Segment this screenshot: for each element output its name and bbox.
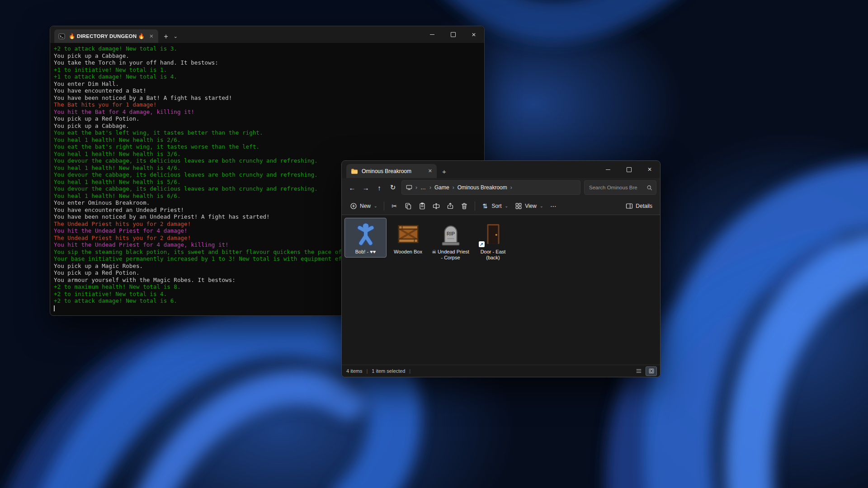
terminal-tab[interactable]: 🔥 DIRECTORY DUNGEON 🔥 ✕ <box>54 29 158 43</box>
person-icon <box>351 221 380 247</box>
explorer-tab-title: Ominous Breakroom <box>362 168 425 174</box>
new-button-label: New <box>360 203 371 209</box>
rename-icon <box>433 202 440 210</box>
address-bar[interactable]: › … › Game › Ominous Breakroom › <box>401 180 580 195</box>
explorer-status-bar: 4 items | 1 item selected | <box>342 365 660 377</box>
status-divider: | <box>409 368 410 374</box>
file-item-wooden-box[interactable]: Wooden Box <box>387 218 429 258</box>
svg-text:RIP: RIP <box>446 231 454 236</box>
new-tab-button[interactable]: + <box>164 33 168 40</box>
close-button[interactable]: ✕ <box>463 26 484 43</box>
explorer-tab[interactable]: Ominous Breakroom ✕ <box>346 164 437 178</box>
selection-count: 1 item selected <box>372 368 405 374</box>
new-tab-button[interactable]: + <box>442 169 446 175</box>
file-item-door-east-back[interactable]: ↗Door - East (back) <box>472 218 514 263</box>
terminal-tab-title: 🔥 DIRECTORY DUNGEON 🔥 <box>69 33 145 39</box>
rename-button[interactable] <box>429 199 443 212</box>
share-icon <box>447 202 454 210</box>
toolbar-divider <box>384 202 384 211</box>
terminal-line: You heal 1 health! New health is 2/6. <box>54 136 484 144</box>
maximize-button[interactable] <box>443 26 463 43</box>
delete-button[interactable] <box>458 199 472 212</box>
sort-button-label: Sort <box>492 203 502 209</box>
breadcrumb-chevron-icon[interactable]: › <box>510 184 512 191</box>
search-icon[interactable] <box>646 185 652 191</box>
ellipsis-icon: ⋯ <box>549 202 557 210</box>
view-button[interactable]: View ⌄ <box>511 199 546 212</box>
share-button[interactable] <box>443 199 458 212</box>
this-pc-icon <box>406 184 412 191</box>
cut-button[interactable]: ✂ <box>387 199 401 212</box>
up-button[interactable]: ↑ <box>373 181 386 194</box>
minimize-icon <box>606 169 610 170</box>
chevron-down-icon: ⌄ <box>540 204 543 208</box>
terminal-line: You heal 1 health! New health is 3/6. <box>54 150 484 158</box>
terminal-line: +1 to initiative! New total is 1. <box>54 66 484 74</box>
maximize-icon <box>451 32 456 37</box>
explorer-window-controls: ✕ <box>598 161 660 178</box>
tab-close-icon[interactable]: ✕ <box>148 33 154 39</box>
tombstone-icon: RIP <box>436 221 465 247</box>
terminal-line: You hit the Bat for 4 damage, killing it… <box>54 108 484 116</box>
refresh-button[interactable]: ↻ <box>386 181 400 194</box>
breadcrumb-chevron-icon[interactable]: › <box>453 184 454 191</box>
terminal-titlebar[interactable]: 🔥 DIRECTORY DUNGEON 🔥 ✕ + ⌄ ✕ <box>50 26 484 43</box>
crate-icon <box>394 221 423 247</box>
back-button[interactable]: ← <box>345 181 359 194</box>
tab-dropdown-icon[interactable]: ⌄ <box>174 33 178 39</box>
terminal-line: The Bat hits you for 1 damage! <box>54 101 484 108</box>
large-icons-view-toggle[interactable] <box>646 366 657 376</box>
file-item-bob[interactable]: Bob! - ♥♥ <box>344 218 387 258</box>
details-view-toggle[interactable] <box>633 367 644 375</box>
copy-button[interactable] <box>401 199 415 212</box>
terminal-line: You pick up a Red Potion. <box>54 115 484 122</box>
view-button-label: View <box>525 203 537 209</box>
trash-icon <box>461 202 468 210</box>
terminal-line: +2 to attack damage! New total is 3. <box>54 45 484 52</box>
plus-circle-icon <box>349 202 357 210</box>
terminal-line: +1 to attack damage! New total is 4. <box>54 73 484 80</box>
more-options-button[interactable]: ⋯ <box>546 199 560 212</box>
details-button-label: Details <box>636 203 652 209</box>
tab-close-icon[interactable]: ✕ <box>428 168 432 174</box>
paste-button[interactable] <box>415 199 429 212</box>
minimize-button[interactable] <box>422 26 443 43</box>
search-box[interactable] <box>584 180 656 195</box>
close-button[interactable]: ✕ <box>639 161 660 178</box>
breadcrumb-item-ominous-breakroom[interactable]: Ominous Breakroom <box>458 184 507 191</box>
folder-icon <box>351 168 358 175</box>
details-button[interactable]: Details <box>622 199 656 212</box>
sort-button[interactable]: ⇅ Sort ⌄ <box>478 199 512 212</box>
file-list-area[interactable]: Bob! - ♥♥ Wooden Box RIP ☠ Undead Priest… <box>342 215 660 365</box>
explorer-window: Ominous Breakroom ✕ + ✕ ← → ↑ ↻ › … › Ga… <box>341 160 660 377</box>
item-count: 4 items <box>346 368 362 374</box>
terminal-line: You pick up a Cabbage. <box>54 122 484 130</box>
explorer-command-bar: New ⌄ ✂ <box>342 197 660 215</box>
forward-button[interactable]: → <box>359 181 373 194</box>
terminal-line: You take the Torch in your off hand. It … <box>54 59 484 66</box>
breadcrumb-overflow[interactable]: … <box>420 184 426 191</box>
breadcrumb-chevron-icon[interactable]: › <box>415 184 417 191</box>
status-divider: | <box>366 368 368 374</box>
terminal-line: You have been noticed by a Bat! A fight … <box>54 94 484 102</box>
file-item-undead-priest-corpse[interactable]: RIP ☠ Undead Priest - Corpse <box>429 218 472 263</box>
explorer-titlebar[interactable]: Ominous Breakroom ✕ + ✕ <box>342 161 660 178</box>
paste-icon <box>419 202 426 210</box>
terminal-app-icon <box>58 33 65 40</box>
minimize-icon <box>430 34 434 35</box>
terminal-cursor <box>54 305 55 311</box>
new-button[interactable]: New ⌄ <box>346 199 381 212</box>
maximize-button[interactable] <box>618 161 639 178</box>
toolbar-divider <box>475 202 475 211</box>
copy-icon <box>405 202 412 210</box>
minimize-button[interactable] <box>598 161 618 178</box>
search-input[interactable] <box>588 184 644 191</box>
chevron-down-icon: ⌄ <box>374 204 377 208</box>
explorer-navbar: ← → ↑ ↻ › … › Game › Ominous Breakroom › <box>342 178 660 197</box>
view-toggles <box>633 365 657 377</box>
breadcrumb-item-game[interactable]: Game <box>434 184 449 191</box>
details-pane-icon <box>625 202 633 210</box>
file-name: Bob! - ♥♥ <box>355 249 376 255</box>
file-name: Door - East (back) <box>474 249 512 260</box>
breadcrumb-chevron-icon[interactable]: › <box>429 184 431 191</box>
